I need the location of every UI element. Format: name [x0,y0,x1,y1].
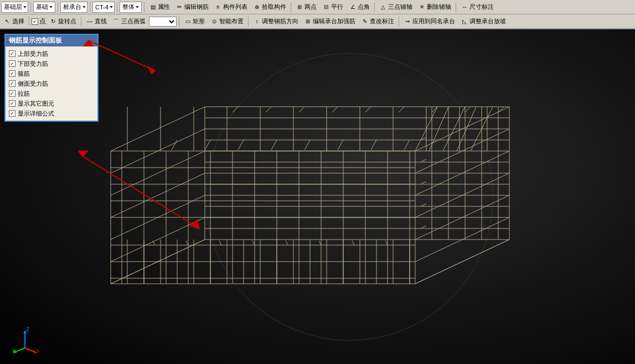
svg-line-103 [319,241,321,245]
sep12 [248,17,249,27]
panel-item-stirrup: ✓ 箍筋 [9,69,94,79]
ct4-dropdown[interactable]: CT-4 [92,2,115,13]
select-btn[interactable]: ↖ 选择 [1,16,27,27]
rectangle-icon: ▭ [184,18,192,25]
svg-line-76 [172,140,177,150]
lower-rebar-checkbox[interactable]: ✓ [9,60,16,67]
svg-line-87 [332,107,338,112]
stirrup-checkbox[interactable]: ✓ [9,70,16,77]
line-btn[interactable]: — 直线 [84,16,109,27]
svg-line-95 [421,181,426,184]
svg-line-101 [252,241,255,245]
panel-content: ✓ 上部受力筋 ✓ 下部受力筋 ✓ 箍筋 ✓ 侧面受力筋 [6,46,97,121]
layer-dropdown-arrow [23,6,27,8]
svg-line-79 [271,140,277,150]
panel-item-side-rebar: ✓ 侧面受力筋 [9,79,94,89]
svg-line-85 [266,107,271,112]
edit-rebar-icon: ✏ [175,3,183,11]
three-point-arc-icon: ⌒ [112,18,120,25]
sep4 [117,2,117,12]
sep5 [144,2,144,12]
svg-line-97 [421,226,426,228]
tie-bar-checkbox[interactable]: ✓ [9,90,16,97]
dimension-icon: ↔ [461,3,468,11]
three-point-axis-icon: △ [379,3,387,11]
delete-axis-icon: ✕ [418,3,426,11]
check-annotation-btn[interactable]: ✎ 查改标注 [359,16,396,27]
panel-item-upper-rebar: ✓ 上部受力筋 [9,49,94,59]
apply-same-cap-icon: ⇒ [404,18,411,25]
sep13 [399,17,399,27]
svg-line-91 [465,107,471,112]
svg-text:Z: Z [26,326,29,332]
adjust-cap-slope-btn[interactable]: ◺ 调整承台放坡 [458,16,508,27]
edit-cap-reinforce-btn[interactable]: ⊞ 编辑承台加强筋 [302,16,358,27]
sep7 [374,2,375,12]
svg-line-100 [219,241,221,245]
whole-dropdown[interactable]: 整体 [120,2,142,13]
panel-item-tie-bar: ✓ 拉筋 [9,89,94,98]
upper-rebar-checkbox[interactable]: ✓ [9,50,16,57]
three-point-arc-btn[interactable]: ⌒ 三点画弧 [110,16,148,27]
layer-dropdown[interactable]: 基础层 [1,2,28,13]
svg-line-86 [299,107,304,112]
angle-icon: ∠ [349,3,357,11]
side-rebar-checkbox[interactable]: ✓ [9,80,16,87]
svg-line-80 [304,140,310,150]
svg-line-96 [421,204,426,206]
adjust-rebar-dir-btn[interactable]: ↕ 调整钢筋方向 [251,16,301,27]
axis-svg: Z X Y [11,326,39,353]
svg-line-84 [233,107,238,112]
svg-text:X: X [37,349,39,353]
parallel-btn[interactable]: ⊟ 平行 [320,2,345,13]
delete-axis-btn[interactable]: ✕ 删除辅轴 [416,2,453,13]
sep6 [291,2,291,12]
svg-line-81 [338,140,343,150]
sep10 [81,17,81,27]
point-checkbox[interactable]: ✓ [32,18,38,25]
three-point-axis-btn[interactable]: △ 三点辅轴 [377,2,415,13]
pile-cap-dropdown-arrow [82,6,86,8]
svg-text:Y: Y [12,349,16,353]
component-list-btn[interactable]: ≡ 构件列表 [212,2,250,13]
panel-item-lower-rebar: ✓ 下部受力筋 [9,59,94,69]
rectangle-btn[interactable]: ▭ 矩形 [182,16,207,27]
axis-indicator: Z X Y [11,326,39,353]
panel-item-show-others: ✓ 显示其它图元 [9,98,94,108]
apply-same-cap-btn[interactable]: ⇒ 应用到同名承台 [401,16,457,27]
rotate-point-icon: ↻ [49,18,57,25]
rotate-point-btn[interactable]: ↻ 旋转点 [47,16,79,27]
pick-component-btn[interactable]: ⊕ 拾取构件 [251,2,288,13]
rebar-control-panel: 钢筋显示控制面板 ✓ 上部受力筋 ✓ 下部受力筋 ✓ 箍筋 [4,34,99,122]
sep8 [456,2,456,12]
sep1 [30,2,31,12]
toolbar-row1: 基础层 基础 桩承台 CT-4 整体 ▤ 属性 ✏ 编辑钢筋 [0,0,635,14]
foundation-dropdown-arrow [49,6,53,8]
pile-cap-dropdown[interactable]: 桩承台 [60,2,87,13]
svg-line-78 [238,140,244,150]
pick-component-icon: ⊕ [253,3,261,11]
arc-select[interactable] [149,17,177,27]
two-point-icon: ⊞ [296,3,303,11]
show-formula-checkbox[interactable]: ✓ [9,110,16,117]
svg-line-105 [385,241,388,245]
angle-btn[interactable]: ∠ 点角 [347,2,372,13]
sep9 [29,17,29,27]
main-canvas[interactable]: 钢筋显示控制面板 ✓ 上部受力筋 ✓ 下部受力筋 ✓ 箍筋 [0,29,635,364]
show-others-checkbox[interactable]: ✓ [9,100,16,107]
adjust-rebar-dir-icon: ↕ [253,18,261,25]
svg-line-99 [186,241,188,245]
component-list-icon: ≡ [214,3,222,11]
two-point-btn[interactable]: ⊞ 两点 [293,2,319,13]
svg-line-89 [399,107,404,112]
foundation-dropdown[interactable]: 基础 [33,2,55,13]
adjust-cap-slope-icon: ◺ [461,18,468,25]
edit-rebar-btn[interactable]: ✏ 编辑钢筋 [173,2,211,13]
property-btn[interactable]: ▤ 属性 [147,2,172,13]
toolbar-area: 基础层 基础 桩承台 CT-4 整体 ▤ 属性 ✏ 编辑钢筋 [0,0,635,29]
smart-layout-btn[interactable]: ⊙ 智能布置 [208,16,246,27]
property-icon: ▤ [149,3,157,11]
sep3 [90,2,90,12]
dimension-btn[interactable]: ↔ 尺寸标注 [458,2,496,13]
sep2 [58,2,58,12]
